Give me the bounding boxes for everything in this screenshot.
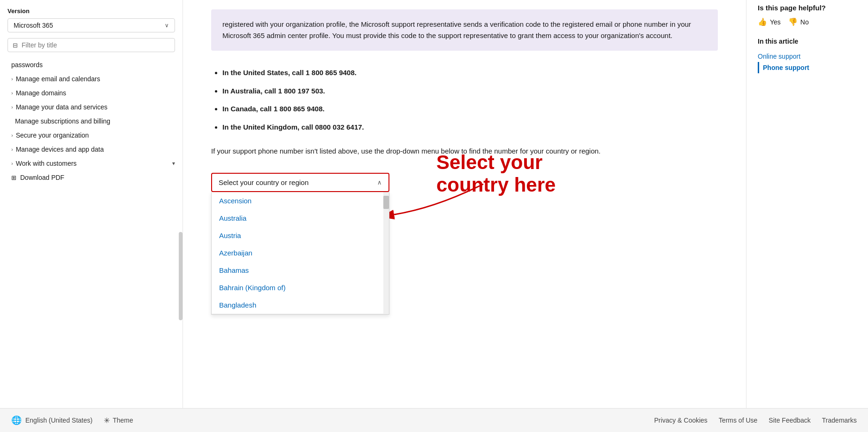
in-article-label: In this article xyxy=(758,38,857,45)
footer-links: Privacy & Cookies Terms of Use Site Feed… xyxy=(654,417,857,424)
sidebar: Version Microsoft 365 ∨ ⊟ passwords › Ma… xyxy=(0,0,183,408)
country-option-austria[interactable]: Austria xyxy=(212,227,389,244)
download-pdf-button[interactable]: ⊞ Download PDF xyxy=(0,170,183,185)
right-panel: Is this page helpful? 👍 Yes 👎 No In this… xyxy=(746,0,868,408)
helpful-buttons: 👍 Yes 👎 No xyxy=(758,17,857,26)
sidebar-item-manage-subscriptions[interactable]: Manage subscriptions and billing xyxy=(0,114,183,128)
footer-left: 🌐 English (United States) ✳ Theme xyxy=(11,415,133,425)
list-item: In Canada, call 1 800 865 9408. xyxy=(222,100,718,118)
language-label: English (United States) xyxy=(25,417,92,424)
country-option-australia[interactable]: Australia xyxy=(212,209,389,227)
footer-link-trademarks[interactable]: Trademarks xyxy=(822,417,857,424)
callout-box: registered with your organization profil… xyxy=(211,9,718,51)
sidebar-item-manage-domains[interactable]: › Manage domains xyxy=(0,86,183,100)
chevron-right-icon: › xyxy=(11,132,13,138)
theme-selector[interactable]: ✳ Theme xyxy=(104,416,133,425)
sidebar-item-secure-org[interactable]: › Secure your organization xyxy=(0,128,183,142)
version-select[interactable]: Microsoft 365 ∨ xyxy=(8,18,175,32)
country-option-bangladesh[interactable]: Bangladesh xyxy=(212,296,389,314)
article-wrapper: registered with your organization profil… xyxy=(183,0,746,333)
in-article-link-online-support[interactable]: Online support xyxy=(758,51,857,62)
pdf-icon: ⊞ xyxy=(11,174,16,181)
filter-box: ⊟ xyxy=(8,38,175,52)
dropdown-container: Select your country or region ∧ Ascensio… xyxy=(211,173,389,315)
chevron-right-icon: › xyxy=(11,161,13,166)
content-and-right: registered with your organization profil… xyxy=(183,0,868,408)
content-main: registered with your organization profil… xyxy=(183,0,746,408)
sidebar-item-manage-email[interactable]: › Manage email and calendars xyxy=(0,72,183,86)
dropdown-label: Select your country or region xyxy=(219,178,309,186)
thumbs-down-icon: 👎 xyxy=(788,17,798,26)
nav-scrollbar-thumb[interactable] xyxy=(179,232,183,320)
chevron-right-icon: › xyxy=(11,104,13,110)
thumbs-up-icon: 👍 xyxy=(758,17,767,26)
footer-link-terms[interactable]: Terms of Use xyxy=(719,417,757,424)
nav-list: passwords › Manage email and calendars ›… xyxy=(0,56,183,408)
yes-button[interactable]: 👍 Yes xyxy=(758,17,781,26)
country-option-azerbaijan[interactable]: Azerbaijan xyxy=(212,244,389,262)
country-dropdown-trigger[interactable]: Select your country or region ∧ xyxy=(211,173,389,192)
chevron-right-icon: › xyxy=(11,90,13,96)
list-item: In the United States, call 1 800 865 940… xyxy=(222,64,718,82)
chevron-right-icon: › xyxy=(11,147,13,152)
sun-icon: ✳ xyxy=(104,416,110,425)
country-option-bahamas[interactable]: Bahamas xyxy=(212,262,389,279)
country-dropdown-list: Ascension Australia Austria Azerbaijan B… xyxy=(211,192,389,315)
sidebar-item-manage-data[interactable]: › Manage your data and services xyxy=(0,100,183,114)
filter-input[interactable] xyxy=(22,41,170,49)
list-item: In Australia, call 1 800 197 503. xyxy=(222,82,718,100)
expand-icon: ▾ xyxy=(172,160,175,167)
sidebar-item-work-customers[interactable]: › Work with customers ▾ xyxy=(0,156,183,170)
helpful-question: Is this page helpful? xyxy=(758,4,857,12)
chevron-down-icon: ∨ xyxy=(165,22,169,29)
country-option-bahrain[interactable]: Bahrain (Kingdom of) xyxy=(212,279,389,296)
nav-scrollbar xyxy=(179,56,183,408)
footer-link-privacy[interactable]: Privacy & Cookies xyxy=(654,417,708,424)
annotation-area: Select your country here xyxy=(408,156,556,197)
chevron-right-icon: › xyxy=(11,76,13,82)
in-article-link-phone-support[interactable]: Phone support xyxy=(758,62,857,73)
no-button[interactable]: 👎 No xyxy=(788,17,809,26)
dropdown-annotation-area: Select your country or region ∧ Ascensio… xyxy=(211,165,718,315)
version-label: Version xyxy=(0,8,183,15)
country-option-ascension[interactable]: Ascension xyxy=(212,192,389,209)
sidebar-item-manage-devices[interactable]: › Manage devices and app data xyxy=(0,142,183,156)
filter-icon: ⊟ xyxy=(13,42,18,49)
language-selector[interactable]: 🌐 English (United States) xyxy=(11,415,92,425)
list-item: In the United Kingdom, call 0800 032 641… xyxy=(222,118,718,137)
phone-numbers-list: In the United States, call 1 800 865 940… xyxy=(211,64,718,136)
globe-icon: 🌐 xyxy=(11,415,22,425)
theme-label: Theme xyxy=(113,417,133,424)
sidebar-item-passwords[interactable]: passwords xyxy=(0,58,183,72)
nav-list-wrapper: passwords › Manage email and calendars ›… xyxy=(0,56,183,408)
callout-text: registered with your organization profil… xyxy=(222,20,691,39)
footer-link-site-feedback[interactable]: Site Feedback xyxy=(769,417,811,424)
annotation-arrow xyxy=(380,170,511,226)
version-value: Microsoft 365 xyxy=(14,22,53,29)
footer: 🌐 English (United States) ✳ Theme Privac… xyxy=(0,408,868,432)
